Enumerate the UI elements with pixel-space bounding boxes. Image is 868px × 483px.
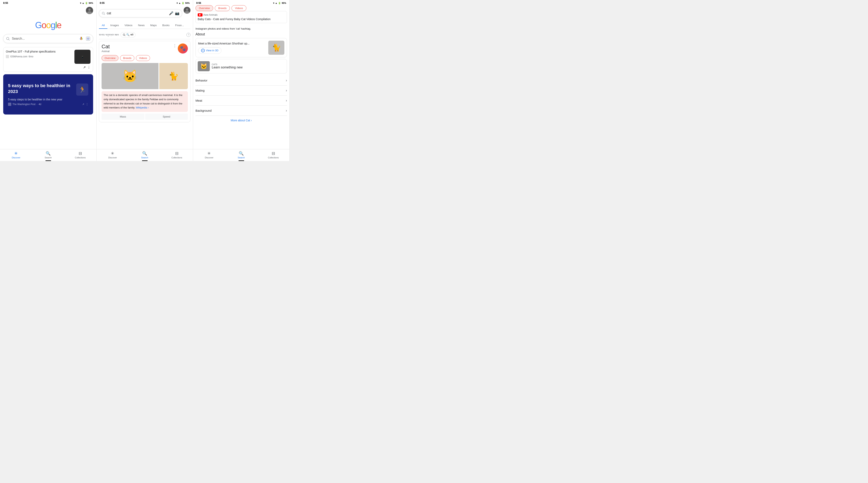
tab-all-2[interactable]: All — [99, 22, 107, 29]
nav-search-1[interactable]: 🔍 Search — [32, 151, 64, 159]
nav-search-2[interactable]: 🔍 Search — [129, 151, 161, 159]
oneplus-thumb: 📱 — [74, 50, 91, 64]
discover-nav-label-2: Discover — [108, 157, 117, 159]
oneplus-card[interactable]: OnePlus 10T - Full phone specifications … — [3, 47, 93, 72]
battery-icon-2: 🔋 — [182, 2, 184, 4]
signal-icon-3: ▲ — [275, 2, 277, 4]
chip-breeds-2[interactable]: Breeds — [120, 55, 134, 61]
tab-books-2[interactable]: Books — [159, 22, 172, 29]
translate-btn-2[interactable]: 🔍 কাট — [121, 32, 135, 37]
mic-icon-2[interactable]: 🎤 — [169, 11, 173, 16]
video-content-3: Aww Animals Baby Cats - Cute and Funny B… — [198, 13, 271, 21]
search-content-2: বাংলায় অনুসন্ধান করুন 🔍 কাট ? Cat Anima… — [96, 31, 193, 149]
cats-learn-card-3[interactable]: 🐱 CATS Learn something new — [195, 59, 287, 74]
chevron-meat-3: › — [286, 98, 287, 103]
oneplus-source: GSMArena.com 6mo — [6, 55, 72, 58]
nav-discover-2[interactable]: ✳ Discover — [96, 151, 129, 159]
battery-pct-3: 95% — [282, 2, 286, 4]
battery-pct-1: 94% — [89, 2, 93, 4]
nav-discover-1[interactable]: ✳ Discover — [0, 151, 32, 159]
video-title-3: Baby Cats - Cute and Funny Baby Cat Vide… — [198, 17, 271, 21]
tab-news-2[interactable]: News — [135, 22, 148, 29]
battery-icon-3: 🔋 — [278, 2, 281, 4]
collections-nav-label-2: Collections — [172, 157, 182, 159]
tab-videos-2[interactable]: Videos — [122, 22, 135, 29]
search-placeholder-1: Search... — [12, 37, 77, 40]
ar-card-text-3: Meet a life-sized American Shorthair up.… — [198, 42, 266, 54]
ar-icon-3: ⟳ — [201, 49, 205, 52]
svg-point-3 — [6, 37, 9, 40]
nav-collections-1[interactable]: ⊟ Collections — [64, 151, 96, 159]
svg-point-1 — [88, 8, 91, 11]
nav-search-3[interactable]: 🔍 Search — [225, 151, 257, 159]
nav-discover-3[interactable]: ✳ Discover — [193, 151, 225, 159]
chip-overview-3[interactable]: Overview — [195, 5, 213, 11]
chip-videos-3[interactable]: Videos — [231, 5, 246, 11]
chip-breeds-3[interactable]: Breeds — [215, 5, 230, 11]
cat-side-img-2: 🐈 — [159, 63, 188, 89]
phone-screen-1: 8:55 ▾ ▲ 🔋 94% G o o g l e — [0, 0, 96, 161]
nav-collections-3[interactable]: ⊟ Collections — [257, 151, 289, 159]
tab-images-2[interactable]: Images — [107, 22, 122, 29]
help-icon-2[interactable]: ? — [186, 33, 190, 37]
more-about-label-3: More about Cat › — [231, 119, 252, 122]
chip-overview-2[interactable]: Overview — [101, 55, 119, 61]
svg-point-12 — [186, 8, 188, 11]
search-icon-translate — [123, 33, 125, 36]
svg-line-10 — [104, 14, 105, 15]
gsmarena-icon — [6, 55, 9, 58]
section-behavior-3[interactable]: Behavior › — [195, 76, 287, 86]
translate-btn-label: 🔍 কাট — [126, 33, 133, 36]
section-background-3[interactable]: Background › — [195, 106, 287, 116]
lens-icon-2[interactable]: 📷 — [175, 11, 179, 16]
wiki-link-2[interactable]: Wikipedia › — [136, 106, 149, 109]
more-icon-oneplus[interactable]: ⋮ — [87, 65, 91, 69]
nav-indicator-2 — [142, 161, 148, 161]
share-icon-health[interactable]: ↗ — [82, 103, 84, 106]
tab-finan-2[interactable]: Finan... — [172, 22, 187, 29]
health-card[interactable]: 5 easy ways to be healthier in 2023 🏃 5 … — [3, 74, 93, 115]
more-icon-kp[interactable]: ⋮ — [173, 44, 177, 48]
svg-line-4 — [9, 39, 10, 40]
health-time: 4d — [39, 103, 41, 106]
mic-icon-1[interactable] — [79, 36, 84, 41]
search-nav-label-1: Search — [45, 157, 52, 159]
tab-maps-2[interactable]: Maps — [147, 22, 159, 29]
search-query-2: cat — [107, 11, 167, 15]
bottom-nav-2: ✳ Discover 🔍 Search ⊟ Collections — [96, 149, 193, 160]
profile-avatar-1[interactable] — [86, 7, 93, 14]
more-icon-health[interactable]: ⋮ — [86, 103, 88, 106]
search-nav-icon-3: 🔍 — [239, 151, 244, 156]
wp-icon — [8, 103, 11, 106]
search-nav-icon-1: 🔍 — [45, 151, 51, 156]
status-icons-1: ▾ ▲ 🔋 94% — [80, 2, 93, 4]
search-input-bar-2[interactable]: cat 🎤 📷 — [99, 9, 182, 17]
chevron-background-3: › — [286, 109, 287, 113]
kp-stat-speed-2: Speed — [145, 114, 188, 120]
collections-nav-label-1: Collections — [75, 157, 86, 159]
status-bar-2: 8:55 ▾ ▲ 🔋 94% — [96, 0, 193, 5]
view-3d-btn-3[interactable]: ⟳ View in 3D — [198, 47, 221, 54]
status-bar-1: 8:55 ▾ ▲ 🔋 94% — [0, 0, 96, 5]
search-bar-1[interactable]: Search... — [3, 34, 93, 43]
share-icon-oneplus[interactable]: ↗ — [83, 65, 86, 69]
section-meat-3[interactable]: Meat › — [195, 95, 287, 106]
nav-collections-2[interactable]: ⊟ Collections — [161, 151, 193, 159]
discover-nav-icon-2: ✳ — [111, 151, 114, 156]
chip-videos-2[interactable]: Videos — [136, 55, 150, 61]
battery-icon: 🔋 — [85, 2, 88, 4]
section-mating-3[interactable]: Mating › — [195, 86, 287, 95]
lens-icon-1[interactable] — [86, 36, 91, 41]
search-icon-2 — [101, 11, 105, 15]
more-about-cat-3[interactable]: More about Cat › — [195, 116, 287, 125]
time-3: 8:56 — [196, 2, 201, 4]
insta-text-3: Instagram photos and videos from 'cat' h… — [195, 27, 251, 30]
screen1-content: G o o g l e Search... — [0, 5, 96, 149]
bottom-nav-1: ✳ Discover 🔍 Search ⊟ Collections — [0, 149, 96, 160]
profile-avatar-2[interactable] — [184, 7, 190, 14]
search-tabs-2: All Images Videos News Maps Books Finan.… — [99, 22, 190, 29]
video-card-3[interactable]: Aww Animals Baby Cats - Cute and Funny B… — [195, 11, 287, 23]
translate-bar-2: বাংলায় অনুসন্ধান করুন 🔍 কাট ? — [99, 31, 190, 39]
search-content-3: Aww Animals Baby Cats - Cute and Funny B… — [193, 11, 289, 149]
phone-screen-3: 8:56 ▾ ▲ 🔋 95% Overview Breeds Videos Aw… — [193, 0, 289, 161]
